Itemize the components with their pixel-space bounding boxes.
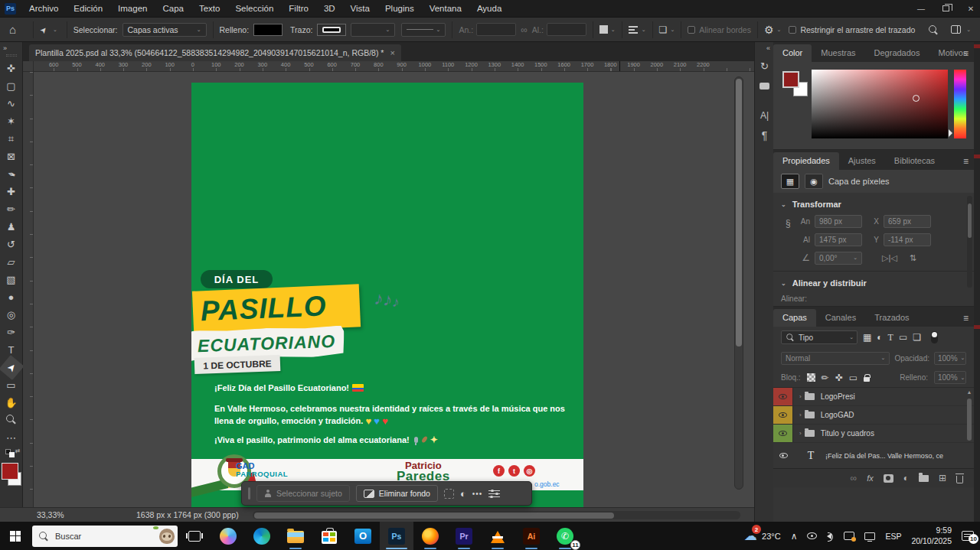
menu-item-3d[interactable]: 3D [317,2,342,15]
visibility-eye-icon[interactable] [773,406,793,424]
premiere-icon[interactable]: Pr [447,522,481,550]
filter-pixel-icon[interactable]: ▦ [863,332,871,343]
menu-item-edición[interactable]: Edición [67,2,109,15]
layer-row-logogad[interactable]: › LogoGAD [773,406,974,425]
add-mask-icon[interactable] [884,474,893,483]
delete-layer-icon[interactable] [956,474,963,483]
lock-pixels-icon[interactable]: ✏ [822,373,829,383]
menu-item-texto[interactable]: Texto [192,2,227,15]
flip-horizontal-icon[interactable]: ▷|◁ [882,253,897,263]
x-field[interactable]: 659 px [884,215,931,228]
layer-row-text[interactable]: T ¡Feliz Día del Pas... Valle Hermoso, c… [773,443,974,469]
hue-strip[interactable] [954,70,966,138]
clock[interactable]: 9:59 20/10/2025 [911,526,952,545]
document-canvas[interactable]: DÍA DEL PASILLO ♪♪♪ ECUATORIANO 1 DE OCT… [191,83,583,507]
layers-scrollbar-thumb[interactable] [967,399,972,441]
panel-menu-icon[interactable]: ≡ [963,156,968,167]
layer-row-titulo[interactable]: › Titulo y cuadros [773,425,974,443]
layer-row-logopresi[interactable]: › LogoPresi [773,388,974,406]
expand-panels-icon[interactable]: « [766,44,770,52]
marquee-tool-icon[interactable]: ▢ [2,77,21,95]
speaker-icon[interactable] [827,533,831,539]
layer-filter-dropdown[interactable]: Tipo ⌄ [781,330,858,344]
flip-vertical-icon[interactable]: ⇅ [910,253,916,263]
tool-preset-button[interactable]: ➤⌄ [40,25,57,34]
pen-tool-icon[interactable]: ✑ [2,324,21,341]
vertical-ruler[interactable] [23,72,34,507]
move-tool-icon[interactable]: ✜ [2,60,21,77]
edge-icon[interactable] [245,522,279,550]
pixel-layer-icon[interactable]: ▦ [781,174,799,189]
eyedropper-tool-icon[interactable]: ✒ [0,163,23,186]
comments-panel-icon[interactable] [757,79,772,93]
network-display-icon[interactable] [864,532,875,540]
stroke-type-dropdown[interactable]: ⌄ [401,23,446,37]
saturation-field[interactable] [812,70,948,138]
foreground-background-swatches[interactable] [0,463,23,489]
zoom-tool-icon[interactable] [2,412,21,429]
link-layers-icon[interactable]: ∞ [851,473,858,483]
remove-background-button[interactable]: Eliminar fondo [356,485,438,502]
constrain-path-checkbox[interactable] [789,26,796,34]
healing-brush-tool-icon[interactable]: ✚ [2,183,21,200]
horizontal-scrollbar[interactable] [253,511,740,519]
rectangle-tool-icon[interactable]: ▭ [2,376,21,394]
stroke-width-dropdown[interactable]: ⌄ [351,23,395,37]
horizontal-scrollbar-thumb[interactable] [254,513,614,519]
lock-all-icon[interactable] [864,377,870,382]
zoom-level-field[interactable]: 33,33% [37,510,90,519]
clone-stamp-tool-icon[interactable]: ♟ [2,218,21,236]
search-icon[interactable] [928,24,939,35]
foreground-color-swatch[interactable] [2,463,18,480]
workspace-switcher[interactable]: ⌄ [951,25,971,34]
fill-field[interactable]: 100%⌄ [934,371,966,384]
angle-field[interactable]: 0,00°⌄ [815,252,862,265]
swap-colors-icon[interactable]: ⇄ [5,449,18,458]
menu-item-capa[interactable]: Capa [155,2,191,15]
visibility-eye-icon[interactable] [773,453,793,458]
opacity-field[interactable]: 100%⌄ [934,352,966,365]
language-indicator[interactable]: ESP [885,532,901,541]
path-arrangement-icon[interactable]: ❏ [659,24,668,35]
filter-type-icon[interactable]: T [888,332,893,343]
eraser-tool-icon[interactable]: ▱ [2,253,21,271]
tab-propiedades[interactable]: Propiedades [773,152,839,170]
document-tab[interactable]: Plantilla 2025.psd al 33,3% (504664122_5… [29,44,401,61]
lock-transparency-icon[interactable] [807,373,815,382]
path-alignment-icon[interactable] [629,25,639,34]
stroke-swatch[interactable] [317,24,346,36]
adjustment-icon[interactable]: ◐ [460,488,466,500]
vlc-icon[interactable] [481,522,514,550]
tab-bibliotecas[interactable]: Bibliotecas [885,152,944,170]
weather-widget[interactable]: ☁ 2 23°C [744,528,781,544]
menu-item-archivo[interactable]: Archivo [22,2,65,15]
tab-canales[interactable]: Canales [816,309,865,327]
align-section-header[interactable]: ⌄ Alinear y distribuir [773,272,974,291]
group-chevron-icon[interactable]: › [799,430,802,437]
properties-icon[interactable] [488,490,500,498]
tab-trazados[interactable]: Trazados [865,309,918,327]
toolbar-collapse-icon[interactable]: » [3,44,7,52]
menu-item-ayuda[interactable]: Ayuda [470,2,508,15]
menu-item-plugins[interactable]: Plugins [378,2,421,15]
taskbar-grip[interactable] [248,487,250,500]
height-field[interactable] [547,23,586,36]
adjustment-layer-icon[interactable]: ◐ [903,473,909,483]
group-chevron-icon[interactable]: › [799,393,802,400]
path-operations-icon[interactable] [599,25,608,34]
width-field[interactable] [476,23,516,36]
dodge-tool-icon[interactable]: ◎ [2,306,21,324]
height-field[interactable]: 1475 px [815,233,862,246]
tab-motivos[interactable]: Motivos [929,44,976,62]
vertical-scrollbar-thumb[interactable] [736,79,742,347]
tab-muestras[interactable]: Muestras [812,44,864,62]
input-indicator-icon[interactable] [844,532,854,540]
tab-color[interactable]: Color [773,44,812,62]
visibility-eye-icon[interactable] [773,388,793,405]
lock-artboard-icon[interactable]: ▭ [849,373,858,383]
ruler-corner[interactable] [23,61,34,72]
filter-toggle[interactable] [931,331,938,343]
panel-menu-icon[interactable]: ≡ [963,48,968,59]
start-button[interactable] [0,522,31,550]
filter-smart-object-icon[interactable]: ❏ [913,332,921,343]
